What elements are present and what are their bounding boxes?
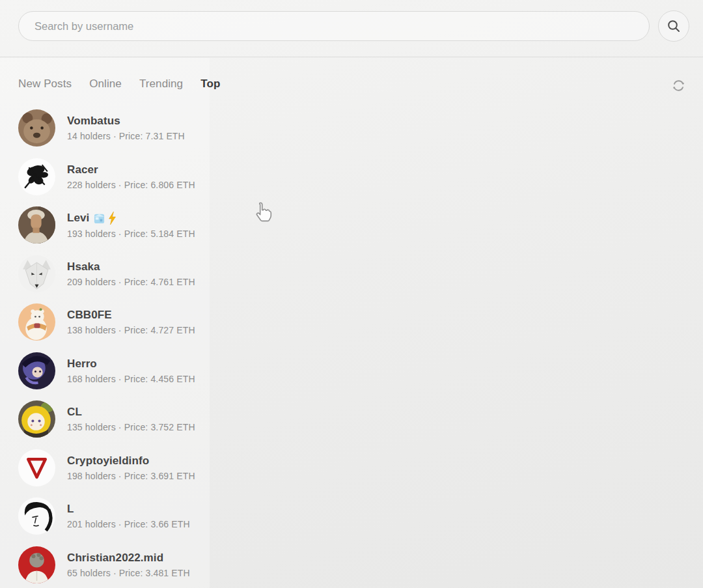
tab-new-posts[interactable]: New Posts [18,77,72,91]
tab-bar: New PostsOnlineTrendingTop [18,77,220,91]
scribble-avatar[interactable] [18,158,55,195]
search-button[interactable] [658,10,689,42]
user-list: Vombatus 14 holders · Price: 7.31 ETH Ra… [18,109,474,588]
search-input[interactable] [19,12,649,40]
tab-online[interactable]: Online [89,77,122,91]
holders-price-text: 201 holders · Price: 3.66 ETH [67,519,190,529]
tab-top[interactable]: Top [200,77,220,91]
username: CL [67,406,82,419]
search-input-container[interactable] [18,11,650,41]
holders-price-text: 209 holders · Price: 4.761 ETH [67,277,195,287]
wolf-avatar[interactable] [18,255,55,292]
username: L [67,503,74,516]
holders-price-text: 135 holders · Price: 3.752 ETH [67,422,195,432]
holders-price-text: 193 holders · Price: 5.184 ETH [67,229,195,239]
holders-price-text: 14 holders · Price: 7.31 ETH [67,131,185,141]
portrait-avatar[interactable] [18,206,55,244]
wombat-avatar[interactable] [18,109,55,147]
holders-price-text: 138 holders · Price: 4.727 ETH [67,325,195,335]
refresh-icon [672,79,685,92]
username: CBB0FE [67,309,112,322]
username-emojis [92,212,118,225]
anime-avatar[interactable] [18,352,55,389]
list-item-cl[interactable]: CL 135 holders · Price: 3.752 ETH [18,400,474,438]
bear-avatar[interactable] [18,303,55,341]
list-item-levi[interactable]: Levi 193 holders · Price: 5.184 ETH [18,206,474,244]
list-item-vombatus[interactable]: Vombatus 14 holders · Price: 7.31 ETH [18,109,474,147]
list-item-racer[interactable]: Racer 228 holders · Price: 6.806 ETH [18,158,474,195]
list-item-cryptoyieldinfo[interactable]: Cryptoyieldinfo 198 holders · Price: 3.6… [18,449,474,486]
ink-avatar[interactable] [18,497,55,535]
tab-trending[interactable]: Trending [139,77,183,91]
username: Vombatus [67,115,120,128]
list-item-herro[interactable]: Herro 168 holders · Price: 4.456 ETH [18,352,474,389]
refresh-button[interactable] [670,77,686,93]
holders-price-text: 168 holders · Price: 4.456 ETH [67,374,195,384]
search-bar [0,0,703,57]
list-item-christian2022-mid[interactable]: Christian2022.mid 65 holders · Price: 3.… [18,546,474,583]
username: Christian2022.mid [67,552,163,565]
holders-price-text: 65 holders · Price: 3.481 ETH [67,568,190,578]
list-item-hsaka[interactable]: Hsaka 209 holders · Price: 4.761 ETH [18,255,474,292]
hood-avatar[interactable] [18,400,55,438]
list-item-cbb0fe[interactable]: CBB0FE 138 holders · Price: 4.727 ETH [18,303,474,341]
holders-price-text: 198 holders · Price: 3.691 ETH [67,471,195,481]
holders-price-text: 228 holders · Price: 6.806 ETH [67,180,195,190]
username: Cryptoyieldinfo [67,455,149,468]
search-icon [666,18,682,34]
triangle-avatar[interactable] [18,449,55,486]
username: Levi [67,212,89,225]
username: Racer [67,163,98,176]
username: Hsaka [67,260,100,273]
list-item-l[interactable]: L 201 holders · Price: 3.66 ETH [18,497,474,535]
redportrait-avatar[interactable] [18,546,55,583]
username: Herro [67,357,97,371]
